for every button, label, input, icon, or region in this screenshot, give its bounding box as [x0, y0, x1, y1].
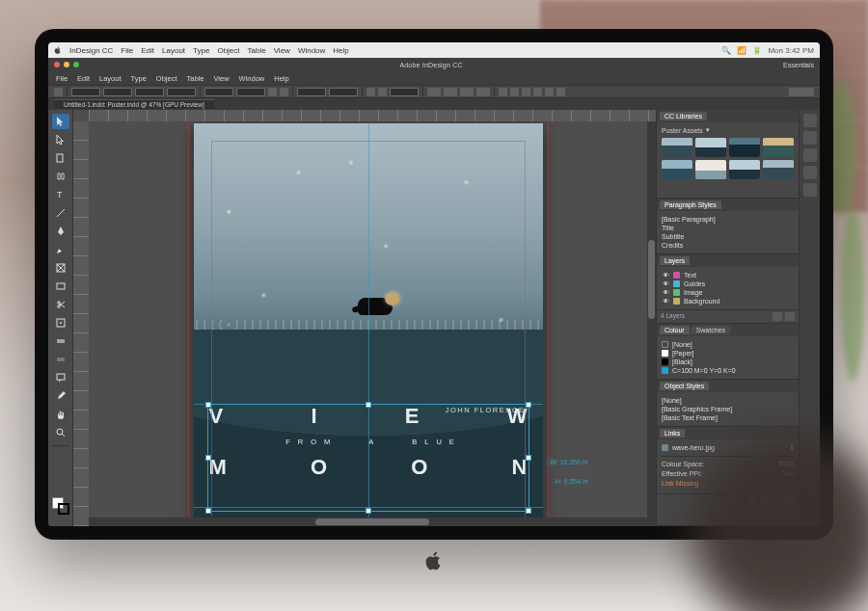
type-tool[interactable]: T	[52, 187, 69, 202]
document-tab[interactable]: Untitled-1.indd: Poster.indd @ 47% [GPU …	[54, 99, 214, 109]
mac-menu-table[interactable]: Table	[248, 46, 266, 55]
center-content-button[interactable]	[460, 88, 474, 96]
menu-view[interactable]: View	[213, 74, 229, 83]
hand-tool[interactable]	[52, 407, 69, 422]
delete-layer-button[interactable]	[785, 312, 795, 321]
chevron-down-icon[interactable]: ▾	[706, 126, 710, 134]
library-thumbnail[interactable]	[729, 138, 760, 157]
paragraph-style[interactable]: Subtitle	[662, 232, 794, 241]
swatch-row[interactable]: C=100 M=0 Y=0 K=0	[662, 366, 794, 375]
menu-help[interactable]: Help	[274, 74, 288, 83]
mac-menu-file[interactable]: File	[121, 46, 133, 55]
paragraph-style[interactable]: [Basic Paragraph]	[662, 215, 794, 224]
align-top-button[interactable]	[533, 88, 542, 96]
mac-menu-app[interactable]: InDesign CC	[69, 46, 113, 55]
rectangle-frame-tool[interactable]	[52, 260, 69, 276]
scissors-tool[interactable]	[52, 297, 69, 312]
workspace-switcher[interactable]: Essentials	[783, 62, 814, 68]
pasteboard[interactable]: JOHN FLORENCE V I E W FROM	[89, 121, 647, 518]
selection-box[interactable]	[207, 404, 529, 512]
ref-point-widget[interactable]	[54, 88, 63, 96]
menu-window[interactable]: Window	[239, 74, 265, 83]
mac-menu-edit[interactable]: Edit	[141, 46, 154, 55]
swatch-row[interactable]: [None]	[662, 340, 794, 349]
rotate-field[interactable]	[297, 88, 326, 96]
visibility-icon[interactable]: 👁	[662, 280, 669, 287]
mac-menu-object[interactable]: Object	[217, 46, 239, 55]
battery-icon[interactable]: 🔋	[752, 46, 762, 55]
direct-selection-tool[interactable]	[52, 132, 69, 147]
paragraph-style[interactable]: Credits	[662, 241, 794, 250]
menu-file[interactable]: File	[56, 74, 68, 83]
align-vcenter-button[interactable]	[545, 88, 554, 96]
mac-menu-type[interactable]: Type	[193, 46, 209, 55]
apple-logo-icon[interactable]	[54, 46, 62, 54]
stroke-panel-icon[interactable]	[803, 131, 817, 145]
quick-apply-button[interactable]	[789, 88, 814, 96]
swatch-row[interactable]: [Black]	[662, 358, 794, 366]
menu-type[interactable]: Type	[131, 74, 147, 83]
canvas[interactable]: JOHN FLORENCE V I E W FROM	[73, 110, 656, 526]
y-field[interactable]	[103, 88, 132, 96]
fill-swatch[interactable]	[366, 88, 375, 96]
object-style[interactable]: [Basic Graphics Frame]	[662, 405, 794, 413]
library-dropdown[interactable]: Poster Assets	[662, 127, 703, 134]
library-thumbnail[interactable]	[662, 160, 692, 179]
zoom-tool[interactable]	[52, 425, 69, 440]
align-hcenter-button[interactable]	[510, 88, 519, 96]
ruler-horizontal[interactable]	[89, 110, 656, 121]
pages-panel-icon[interactable]	[803, 114, 817, 127]
effects-panel-icon[interactable]	[803, 148, 817, 162]
selection-tool[interactable]	[52, 114, 69, 129]
tab-object-styles[interactable]: Object Styles	[660, 382, 709, 390]
scrollbar-horizontal[interactable]	[89, 518, 656, 526]
wifi-icon[interactable]: 📶	[737, 46, 746, 55]
library-thumbnail[interactable]	[695, 160, 726, 179]
page-tool[interactable]	[52, 150, 69, 166]
library-thumbnail[interactable]	[763, 160, 794, 179]
gradient-feather-tool[interactable]	[52, 352, 69, 367]
layer-row[interactable]: 👁Background	[662, 297, 794, 306]
library-thumbnail[interactable]	[662, 138, 692, 157]
fill-stroke-proxy[interactable]	[52, 497, 69, 522]
swatch-row[interactable]: [Paper]	[662, 349, 794, 358]
mac-menu-layout[interactable]: Layout	[162, 46, 185, 55]
tab-swatches[interactable]: Swatches	[692, 326, 730, 334]
visibility-icon[interactable]: 👁	[662, 289, 669, 296]
stroke-swatch[interactable]	[378, 88, 387, 96]
mac-menu-help[interactable]: Help	[333, 46, 348, 55]
window-minimize-button[interactable]	[64, 62, 69, 67]
align-right-button[interactable]	[522, 88, 530, 96]
gradient-swatch-tool[interactable]	[52, 333, 69, 349]
library-thumbnail[interactable]	[763, 138, 794, 157]
tab-cc-libraries[interactable]: CC Libraries	[660, 112, 707, 120]
visibility-icon[interactable]: 👁	[662, 272, 669, 279]
tab-paragraph-styles[interactable]: Paragraph Styles	[660, 200, 721, 209]
layer-row[interactable]: 👁Image	[662, 288, 794, 297]
align-left-button[interactable]	[499, 88, 507, 96]
tab-layers[interactable]: Layers	[660, 256, 690, 265]
object-style[interactable]: [None]	[662, 396, 794, 405]
scrollbar-vertical[interactable]	[647, 121, 656, 518]
flip-h-button[interactable]	[268, 88, 277, 96]
menu-edit[interactable]: Edit	[77, 74, 90, 83]
align-bottom-button[interactable]	[556, 88, 565, 96]
spotlight-icon[interactable]: 🔍	[721, 46, 731, 55]
window-zoom-button[interactable]	[73, 62, 79, 67]
fit-content-button[interactable]	[427, 88, 441, 96]
layer-row[interactable]: 👁Guides	[662, 279, 794, 288]
flip-v-button[interactable]	[280, 88, 288, 96]
scale-x-field[interactable]	[204, 88, 233, 96]
eyedropper-tool[interactable]	[52, 388, 69, 404]
scale-y-field[interactable]	[236, 88, 265, 96]
tab-colour[interactable]: Colour	[660, 326, 690, 334]
layer-row[interactable]: 👁Text	[662, 271, 794, 279]
mac-menu-window[interactable]: Window	[298, 46, 325, 55]
h-field[interactable]	[167, 88, 196, 96]
menu-table[interactable]: Table	[187, 74, 204, 83]
pen-tool[interactable]	[52, 224, 69, 239]
rectangle-tool[interactable]	[52, 279, 69, 294]
fill-frame-button[interactable]	[476, 88, 490, 96]
line-tool[interactable]	[52, 205, 69, 221]
library-thumbnail[interactable]	[729, 160, 760, 179]
